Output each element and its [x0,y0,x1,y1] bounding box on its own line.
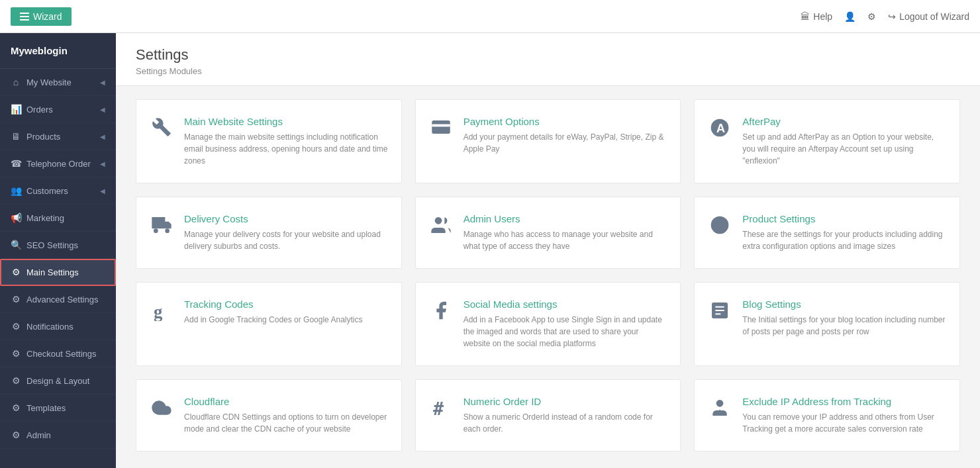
telephone-order-icon: ☎ [11,158,21,169]
design-layout-icon: ⚙ [11,375,21,386]
settings-card-content: Payment OptionsAdd your payment details … [464,116,667,155]
user-shield-icon [708,397,732,423]
marketing-icon: 📢 [11,212,21,223]
settings-card-title: Main Website Settings [184,116,388,127]
checkout-settings-icon: ⚙ [11,348,21,359]
settings-card-cloudflare[interactable]: CloudflareCloudflare CDN Settings and op… [136,379,402,451]
settings-card-title: Admin Users [464,213,667,224]
settings-icon: ⚙ [867,11,876,22]
sidebar-item-my-website[interactable]: ⌂My Website◀ [0,69,116,96]
page-subtitle: Settings Modules [136,66,960,76]
sidebar-item-label: Products [26,132,60,142]
settings-card-admin-users[interactable]: Admin UsersManage who has access to mana… [415,197,681,269]
settings-card-title: Cloudflare [184,396,388,407]
settings-card-title: Delivery Costs [184,213,388,224]
sidebar-item-admin[interactable]: ⚙Admin [0,422,116,449]
sidebar-item-telephone-order[interactable]: ☎Telephone Order◀ [0,150,116,177]
orders-icon: 📊 [11,104,21,115]
settings-card-product-settings[interactable]: Product SettingsThese are the settings f… [694,197,960,269]
sidebar-item-marketing[interactable]: 📢Marketing [0,205,116,232]
settings-card-delivery-costs[interactable]: Delivery CostsManage your delivery costs… [136,197,402,269]
hamburger-icon [20,13,29,21]
settings-card-main-website-settings[interactable]: Main Website SettingsManage the main web… [136,99,402,183]
settings-card-content: Numeric Order IDShow a numeric OrderId i… [464,396,667,435]
sidebar-item-left: 📢Marketing [11,212,64,223]
logout-label: Logout of Wizard [899,11,969,22]
page-header: Settings Settings Modules [116,33,980,86]
main-content: Settings Settings Modules Main Website S… [116,33,980,468]
settings-card-desc: You can remove your IP address and other… [742,411,946,435]
settings-card-desc: These are the settings for your products… [742,228,946,252]
sidebar-item-label: Orders [26,105,53,115]
sidebar-item-label: Admin [26,430,51,440]
sidebar-item-left: ⚙Admin [11,430,51,440]
page-title: Settings [136,46,960,64]
settings-card-social-media-settings[interactable]: Social Media settingsAdd in a Facebook A… [415,282,681,366]
seo-settings-icon: 🔍 [11,240,21,250]
chevron-icon: ◀ [100,79,105,86]
help-link[interactable]: 🏛 Help [801,11,832,22]
settings-card-desc: The Initial settings for your blog locat… [742,314,946,338]
wizard-button[interactable]: Wizard [11,7,72,26]
sidebar-item-label: My Website [26,77,72,87]
profile-link[interactable]: 👤 [844,11,856,22]
help-icon: 🏛 [801,11,810,22]
truck-icon [150,214,173,240]
sidebar-item-advanced-settings[interactable]: ⚙Advanced Settings [0,286,116,313]
logout-link[interactable]: ↪ Logout of Wizard [888,11,969,22]
sidebar-item-seo-settings[interactable]: 🔍SEO Settings [0,232,116,259]
google-icon: g [150,300,173,326]
settings-card-desc: Manage your delivery costs for your webs… [184,228,388,252]
sidebar-item-notifications[interactable]: ⚙Notifications [0,313,116,340]
templates-icon: ⚙ [11,402,21,413]
sidebar-item-design-layout[interactable]: ⚙Design & Layout [0,367,116,395]
chevron-icon: ◀ [100,133,105,140]
main-layout: Myweblogin ⌂My Website◀📊Orders◀🖥Products… [0,33,980,468]
sidebar-item-label: Main Settings [26,267,79,277]
sidebar-item-checkout-settings[interactable]: ⚙Checkout Settings [0,340,116,367]
sidebar-item-label: Telephone Order [26,159,91,169]
settings-card-blog-settings[interactable]: Blog SettingsThe Initial settings for yo… [694,282,960,366]
settings-card-content: Blog SettingsThe Initial settings for yo… [742,299,946,338]
settings-card-content: CloudflareCloudflare CDN Settings and op… [184,396,388,435]
settings-card-title: AfterPay [742,116,946,127]
settings-card-desc: Manage who has access to manage your web… [464,228,667,252]
svg-point-6 [434,217,442,224]
sidebar-item-products[interactable]: 🖥Products◀ [0,123,116,150]
settings-card-desc: Show a numeric OrderId instead of a rand… [464,411,667,435]
settings-card-title: Numeric Order ID [464,396,667,407]
main-settings-icon: ⚙ [11,267,21,277]
settings-card-desc: Add your payment details for eWay, PayPa… [464,131,667,155]
profile-icon: 👤 [844,11,856,22]
settings-card-title: Product Settings [742,213,946,224]
sidebar-item-label: Customers [26,186,68,196]
svg-text:g: g [154,302,163,321]
settings-card-afterpay[interactable]: AAfterPaySet up and add AfterPay as an O… [694,99,960,183]
sidebar-item-orders[interactable]: 📊Orders◀ [0,96,116,123]
settings-card-content: Product SettingsThese are the settings f… [742,213,946,252]
sidebar-item-customers[interactable]: 👥Customers◀ [0,177,116,205]
settings-card-numeric-order-id[interactable]: #Numeric Order IDShow a numeric OrderId … [415,379,681,451]
numeric-icon: # [429,397,453,423]
settings-link[interactable]: ⚙ [867,11,876,22]
settings-card-exclude-ip-address[interactable]: Exclude IP Address from TrackingYou can … [694,379,960,451]
sidebar-item-templates[interactable]: ⚙Templates [0,395,116,422]
globe-icon [708,214,732,240]
sidebar-item-main-settings[interactable]: ⚙Main Settings [0,259,116,286]
settings-card-desc: Add in Google Tracking Codes or Google A… [184,314,362,326]
sidebar-item-label: Checkout Settings [26,349,97,359]
chevron-icon: ◀ [100,160,105,167]
svg-text:A: A [716,121,725,135]
sidebar-item-label: Notifications [26,322,74,332]
sidebar-item-left: ⚙Notifications [11,321,74,332]
notifications-icon: ⚙ [11,321,21,332]
sidebar-item-left: 🔍SEO Settings [11,240,78,250]
settings-card-desc: Manage the main website settings includi… [184,131,388,167]
sidebar-item-label: Advanced Settings [26,295,98,304]
settings-card-tracking-codes[interactable]: gTracking CodesAdd in Google Tracking Co… [136,282,402,366]
settings-card-payment-options[interactable]: Payment OptionsAdd your payment details … [415,99,681,183]
settings-card-content: Delivery CostsManage your delivery costs… [184,213,388,252]
svg-point-5 [165,228,170,233]
settings-card-title: Payment Options [464,116,667,127]
sidebar-brand: Myweblogin [0,33,116,69]
